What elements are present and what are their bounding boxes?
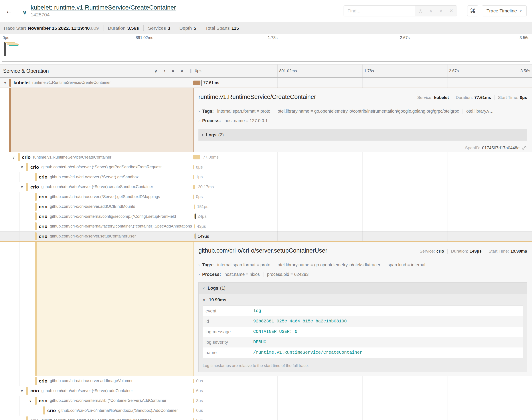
- span-row[interactable]: crio github.com/cri-o/cri-o/server.(*Ser…: [0, 192, 532, 202]
- start-time-value: 0μs: [520, 95, 527, 100]
- span-row[interactable]: ∨ crio github.com/cri-o/cri-o/server.(*S…: [0, 386, 532, 396]
- span-bar[interactable]: [194, 224, 195, 228]
- expand-all-icon[interactable]: »: [181, 68, 183, 74]
- collapse-all-icon[interactable]: »: [170, 70, 176, 72]
- span-bar[interactable]: [193, 399, 194, 403]
- span-row[interactable]: crio github.com/cri-o/cri-o/server.addOC…: [0, 202, 532, 212]
- span-row[interactable]: ∨ crio github.com/cri-o/cri-o/server.(*S…: [0, 162, 532, 172]
- trace-id: 1425704: [31, 12, 176, 18]
- ruler-tick: 1.78s: [364, 69, 374, 73]
- locate-icon[interactable]: ◎: [418, 8, 422, 14]
- span-bar[interactable]: [194, 214, 195, 219]
- ruler-tick: 3.56s: [520, 69, 530, 73]
- service-color-bar: [26, 387, 28, 395]
- log-field-row: log.severity DEBUG: [203, 337, 523, 347]
- trace-minimap: 0μs 891.02ms 1.78s 2.67s 3.56s: [0, 34, 532, 64]
- spanid-value: 0174567d17a0448e: [482, 146, 519, 150]
- process-item: host.name = nixos: [225, 272, 264, 277]
- log-entry-header[interactable]: ∨ 19.99ms: [199, 294, 527, 305]
- service-name: kubelet: [14, 80, 30, 85]
- back-icon[interactable]: ←: [5, 7, 13, 15]
- span-bar[interactable]: [194, 204, 195, 209]
- span-row[interactable]: ∨ crio runtime.v1.RuntimeService/CreateC…: [0, 152, 532, 162]
- collapse-one-icon[interactable]: ∨: [154, 68, 157, 74]
- span-row[interactable]: ∨ crio github.com/cri-o/cri-o/internal/l…: [0, 396, 532, 406]
- span-bar[interactable]: [193, 389, 194, 393]
- span-row[interactable]: crio github.com/cri-o/cri-o/server.(*Ser…: [0, 172, 532, 182]
- span-bar[interactable]: [193, 155, 200, 159]
- span-row[interactable]: crio github.com/cri-o/cri-o/internal/lib…: [0, 405, 532, 416]
- process-row[interactable]: › Process: host.name = 127.0.0.1: [198, 118, 527, 123]
- duration-value: 149μs: [470, 249, 482, 254]
- indent-guide: [19, 396, 28, 406]
- service-color-bar: [9, 79, 11, 87]
- span-detail-row: github.com/cri-o/cri-o/server.setupConta…: [0, 241, 532, 376]
- process-label: Process:: [202, 272, 221, 277]
- service-name: crio: [39, 214, 47, 219]
- chevron-down-icon[interactable]: ∨: [19, 165, 26, 169]
- indent-guide: [19, 376, 28, 386]
- span-row[interactable]: ∨ crio github.com/cri-o/cri-o/server.(*S…: [0, 182, 532, 192]
- span-row-selected[interactable]: crio github.com/cri-o/cri-o/server.setup…: [0, 231, 532, 241]
- chevron-down-icon[interactable]: ∨: [3, 80, 9, 85]
- log-field-row: id 92b82381-025c-4a64-815c-ba2e1bb08100: [203, 316, 523, 327]
- keyboard-shortcuts-button[interactable]: ⌘: [467, 5, 478, 16]
- service-name: crio: [31, 388, 39, 393]
- trace-title-link[interactable]: kubelet: runtime.v1.RuntimeService/Creat…: [31, 4, 176, 11]
- indent-guide: [11, 202, 19, 212]
- span-duration: 24μs: [198, 214, 207, 219]
- span-row[interactable]: crio github.com/cri-o/cri-o/server.(*Ser…: [0, 416, 532, 420]
- logs-accordion-header[interactable]: ∨ Logs (1): [199, 283, 527, 294]
- logs-note: Log timestamps are relative to the start…: [199, 361, 527, 372]
- service-value: kubelet: [434, 95, 449, 100]
- span-bar[interactable]: [193, 408, 194, 413]
- operation-name: github.com/cri-o/cri-o/server.(*Server).…: [42, 389, 133, 393]
- span-bar[interactable]: [193, 195, 194, 199]
- service-color-bar: [43, 406, 45, 414]
- minimap-tick: 3.56s: [519, 35, 529, 40]
- indent-guide: [11, 172, 19, 182]
- span-row[interactable]: ∨ kubelet runtime.v1.RuntimeService/Crea…: [0, 78, 532, 88]
- minimap-canvas[interactable]: [2, 41, 530, 62]
- detail-title: runtime.v1.RuntimeService/CreateContaine…: [198, 94, 316, 101]
- span-row[interactable]: crio github.com/cri-o/cri-o/internal/fac…: [0, 222, 532, 231]
- expand-one-icon[interactable]: ›: [164, 68, 165, 74]
- clear-search-icon[interactable]: ✕: [449, 8, 453, 14]
- operation-name: github.com/cri-o/cri-o/internal/factory/…: [50, 224, 192, 229]
- minimap-scrubber-handle[interactable]: [4, 42, 6, 56]
- span-bar[interactable]: [193, 185, 195, 189]
- indent-guide: [11, 162, 19, 172]
- timeline-ruler: 0μs 891.02ms 1.78s 2.67s 3.56s: [193, 64, 532, 77]
- service-name: crio: [31, 184, 39, 190]
- chevron-down-icon[interactable]: ∨: [19, 185, 26, 189]
- next-result-icon[interactable]: ∨: [439, 8, 443, 14]
- process-row[interactable]: › Process: host.name = nixos process.pid…: [198, 272, 527, 277]
- span-bar[interactable]: [194, 234, 195, 238]
- tags-row[interactable]: › Tags: internal.span.format = proto ote…: [198, 109, 527, 114]
- span-tick: [201, 80, 202, 86]
- chevron-down-icon[interactable]: ∨: [19, 389, 26, 393]
- link-icon[interactable]: [522, 146, 527, 150]
- chevron-down-icon[interactable]: ∨: [11, 155, 18, 159]
- span-bar[interactable]: [193, 175, 194, 179]
- indent-guide: [3, 192, 11, 202]
- find-input[interactable]: [344, 6, 415, 16]
- trace-collapse-icon[interactable]: ∨: [22, 9, 27, 16]
- span-bar[interactable]: [193, 165, 194, 169]
- log-field-value: /runtime.v1.RuntimeService/CreateContain…: [253, 350, 362, 355]
- prev-result-icon[interactable]: ∧: [429, 8, 433, 14]
- operation-name: github.com/cri-o/cri-o/internal/lib.(*Co…: [50, 398, 166, 403]
- tags-row[interactable]: › Tags: internal.span.format = proto ote…: [198, 262, 527, 268]
- view-selector-button[interactable]: Trace Timeline ∨: [482, 5, 527, 16]
- span-row[interactable]: crio github.com/cri-o/cri-o/server.addIm…: [0, 376, 532, 386]
- span-bar[interactable]: [193, 418, 194, 420]
- span-row[interactable]: crio github.com/cri-o/cri-o/internal/con…: [0, 211, 532, 222]
- column-resize-handle[interactable]: ∥: [190, 69, 192, 73]
- span-bar[interactable]: [193, 80, 200, 85]
- logs-label: Logs: [206, 132, 217, 137]
- span-bar[interactable]: [193, 379, 194, 383]
- logs-accordion[interactable]: › Logs (2): [198, 129, 527, 141]
- ruler-tick: 0μs: [195, 69, 201, 73]
- chevron-down-icon[interactable]: ∨: [28, 399, 35, 403]
- minimap-span: [9, 45, 18, 46]
